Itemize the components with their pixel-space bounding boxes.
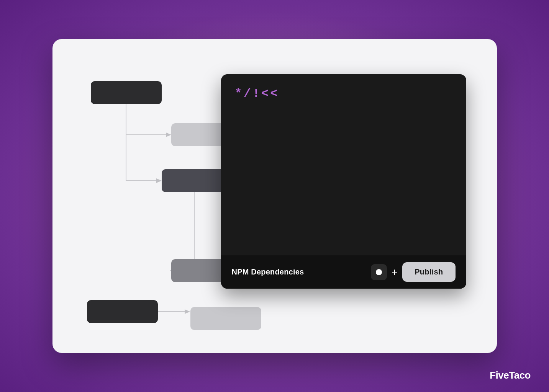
code-panel: */!<< NPM Dependencies + Publish (221, 74, 466, 289)
record-button[interactable] (371, 264, 387, 280)
record-dot-icon (376, 269, 382, 275)
node-top-dark (91, 81, 162, 104)
panel-footer: NPM Dependencies + Publish (221, 255, 466, 289)
code-content-area: */!<< (221, 74, 466, 255)
publish-button[interactable]: Publish (402, 262, 455, 282)
node-bottom-light (190, 307, 261, 330)
main-card: */!<< NPM Dependencies + Publish (52, 39, 497, 353)
panel-title: NPM Dependencies (232, 268, 304, 276)
add-button[interactable]: + (392, 267, 398, 278)
brand-text: FiveTaco (490, 369, 531, 381)
footer-actions: + Publish (371, 262, 456, 282)
branding: FiveTaco (490, 369, 531, 381)
code-symbols: */!<< (235, 87, 452, 101)
node-bottom-dark (87, 300, 158, 323)
